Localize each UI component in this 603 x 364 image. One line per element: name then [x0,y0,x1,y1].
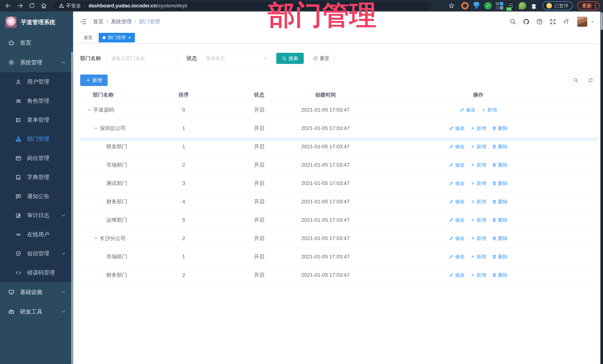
bookmark-star-icon[interactable] [448,3,454,9]
table-row[interactable]: 芋道源码 0 开启 2021-01-05 17:03:47 修改新增 [80,101,597,119]
table-row[interactable]: 运维部门 5 开启 2021-01-05 17:03:47 修改新增删除 [80,211,597,229]
sidebar-item-audit-log[interactable]: 审计日志 [0,206,73,225]
add-link[interactable]: 新增 [470,162,486,168]
dept-name-input[interactable] [106,52,179,65]
edit-link[interactable]: 修改 [449,143,465,150]
edit-link[interactable]: 修改 [449,235,465,242]
delete-link[interactable]: 删除 [492,180,508,187]
help-icon[interactable] [536,18,543,25]
add-link[interactable]: 新增 [470,217,486,223]
page-scrollbar[interactable] [600,11,603,364]
scrollbar-thumb[interactable] [601,12,603,30]
add-link[interactable]: 新增 [470,272,486,278]
breadcrumb-home[interactable]: 首页 [93,18,104,25]
tab-close-icon[interactable]: × [128,35,131,40]
table-row[interactable]: 研发部门 1 开启 2021-01-05 17:03:47 修改新增删除 [80,138,597,156]
browser-menu-dots-icon[interactable] [595,3,596,9]
refresh-button[interactable] [585,75,596,86]
dept-name: 市场部门 [106,161,127,168]
add-link[interactable]: 新增 [470,254,486,260]
delete-link[interactable]: 删除 [492,162,508,168]
caret-down-icon[interactable] [590,19,595,24]
sidebar-item-error-code[interactable]: 错误码管理 [0,263,73,282]
table-row[interactable]: 深圳总公司 1 开启 2021-01-05 17:03:47 修改新增删除 [80,119,597,138]
extension-icon-pin[interactable] [473,2,480,10]
sidebar-item-menu-mgmt[interactable]: 菜单管理 [0,110,73,130]
sidebar-scrollbar[interactable] [71,52,73,364]
search-button[interactable]: 搜索 [276,53,304,64]
expand-toggle-icon[interactable] [93,126,98,131]
fullscreen-icon[interactable] [550,18,556,25]
sidebar-item-dict-mgmt[interactable]: 字典管理 [0,168,73,187]
search-icon[interactable] [510,18,516,25]
sidebar-item-role-mgmt[interactable]: 角色管理 [0,91,73,110]
add-link[interactable]: 新增 [470,143,486,150]
update-button[interactable]: 更新 [577,1,600,10]
sidebar-item-user-mgmt[interactable]: 用户管理 [0,72,73,91]
sidebar-item-dev-tools[interactable]: 研发工具 [0,302,73,321]
delete-link[interactable]: 删除 [492,235,508,242]
table-row[interactable]: 市场部门 2 开启 2021-01-05 17:03:47 修改新增删除 [80,156,597,174]
sidebar-item-sms-mgmt[interactable]: 短信管理 [0,244,73,263]
profile-paused-badge[interactable]: 已暂停 [543,1,573,10]
table-row[interactable]: 财务部门 2 开启 2021-01-05 17:03:47 修改新增删除 [80,266,597,284]
edit-link[interactable]: 修改 [449,272,465,278]
add-link[interactable]: 新增 [481,107,497,113]
extension-icon-check[interactable]: ✓ [484,2,492,10]
org-tree-icon [15,136,22,142]
home-button[interactable] [40,2,47,9]
url-bar[interactable]: 不安全 dashboard.yudao.iocoder.cn/system/de… [54,1,431,10]
expand-toggle-icon[interactable] [93,236,98,241]
delete-link[interactable]: 删除 [492,272,508,278]
add-button[interactable]: 新增 [80,75,108,86]
sidebar-item-online-users[interactable]: 在线用户 [0,225,73,244]
edit-link[interactable]: 修改 [460,107,475,113]
search-toggle-button[interactable] [570,75,581,86]
delete-link[interactable]: 删除 [492,143,508,150]
extension-icon-tabs[interactable]: on [507,2,515,10]
sidebar-item-home[interactable]: 首页 [0,33,73,53]
status-select[interactable]: 菜单状态 [201,52,272,65]
delete-link[interactable]: 删除 [492,199,508,205]
extension-icon-leaf[interactable] [519,2,526,10]
delete-link[interactable]: 删除 [492,217,508,223]
sidebar-item-system[interactable]: 系统管理 [0,53,73,72]
table-row[interactable]: 市场部门 1 开启 2021-01-05 17:03:47 修改新增删除 [80,248,597,266]
tab-dept-mgmt[interactable]: 部门管理 × [99,33,135,43]
back-button[interactable] [5,2,12,9]
edit-link[interactable]: 修改 [449,180,465,187]
edit-link[interactable]: 修改 [449,162,465,168]
extension-icon-squares[interactable] [496,2,503,10]
table-row[interactable]: 财务部门 4 开启 2021-01-05 17:03:47 修改新增删除 [80,193,597,211]
github-icon[interactable] [523,18,530,25]
font-size-icon[interactable] [563,18,570,25]
tab-home[interactable]: 首页 [80,33,96,43]
add-link[interactable]: 新增 [470,235,486,242]
reload-button[interactable] [29,2,35,9]
sidebar-item-notice[interactable]: 通知公告 [0,187,73,206]
edit-link[interactable]: 修改 [449,199,465,205]
table-row[interactable]: 长沙分公司 2 开启 2021-01-05 17:03:47 修改新增删除 [80,229,597,248]
hamburger-fold-icon[interactable] [80,18,87,25]
delete-link[interactable]: 删除 [492,125,508,132]
edit-link[interactable]: 修改 [449,254,465,260]
delete-link[interactable]: 删除 [492,254,508,260]
edit-icon [449,199,454,204]
add-link[interactable]: 新增 [470,125,486,132]
sidebar-item-post-mgmt[interactable]: 岗位管理 [0,149,73,168]
sidebar-item-infra[interactable]: 基础设施 [0,282,73,302]
table-row[interactable]: 测试部门 3 开启 2021-01-05 17:03:47 修改新增删除 [80,174,597,193]
forward-button[interactable] [17,2,23,9]
add-link[interactable]: 新增 [470,199,486,205]
expand-toggle-icon[interactable] [87,108,92,112]
avatar[interactable] [577,16,587,27]
edit-link[interactable]: 修改 [449,125,465,132]
created-cell: 2021-01-05 17:03:47 [292,254,359,260]
sidebar-item-dept-mgmt[interactable]: 部门管理 [0,130,73,149]
reset-button[interactable]: 重置 [308,53,334,64]
add-link[interactable]: 新增 [470,180,486,187]
extensions-puzzle-icon[interactable] [530,2,538,10]
edit-link[interactable]: 修改 [449,217,465,223]
breadcrumb-system[interactable]: 系统管理 [111,18,132,25]
extension-icon-orange[interactable] [461,2,469,10]
